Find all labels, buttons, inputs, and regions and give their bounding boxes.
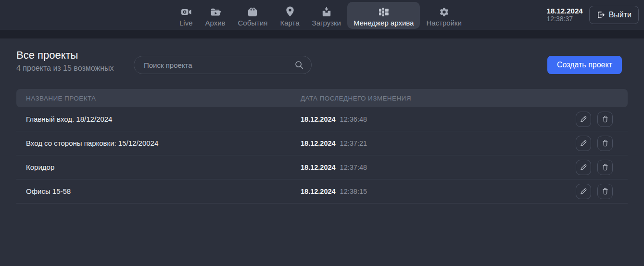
nav-label: Live bbox=[179, 19, 193, 27]
current-time: 12:38:37 bbox=[547, 15, 573, 23]
logout-label: Выйти bbox=[609, 11, 631, 19]
project-modified: 18.12.2024 12:36:48 bbox=[301, 115, 576, 123]
top-navigation-bar: Live Архив Событ bbox=[0, 0, 644, 30]
project-modified: 18.12.2024 12:38:15 bbox=[301, 188, 576, 195]
modified-time: 12:37:21 bbox=[340, 139, 367, 147]
video-camera-icon bbox=[180, 6, 192, 17]
nav-label: Карта bbox=[280, 19, 299, 27]
nav-item-settings[interactable]: Настройки bbox=[420, 2, 468, 29]
project-search bbox=[134, 56, 312, 74]
logout-icon bbox=[596, 11, 605, 19]
edit-project-button[interactable] bbox=[576, 160, 591, 175]
separator-strip bbox=[0, 30, 644, 38]
modified-date: 18.12.2024 bbox=[301, 164, 336, 171]
nav-label: Менеджер архива bbox=[354, 19, 414, 27]
pencil-icon bbox=[580, 163, 588, 171]
events-icon bbox=[246, 6, 259, 17]
modified-date: 18.12.2024 bbox=[301, 139, 336, 147]
trash-icon bbox=[601, 163, 609, 171]
search-input[interactable] bbox=[134, 61, 294, 69]
main-nav: Live Архив Событ bbox=[173, 0, 468, 30]
pencil-icon bbox=[580, 139, 588, 147]
table-row: Коридор 18.12.2024 12:37:48 bbox=[16, 155, 628, 179]
nav-item-archive-manager[interactable]: Менеджер архива bbox=[347, 2, 420, 29]
nav-item-events[interactable]: События bbox=[232, 2, 274, 29]
project-name: Главный вход. 18/12/2024 bbox=[26, 115, 301, 123]
modified-time: 12:36:48 bbox=[340, 115, 367, 123]
edit-project-button[interactable] bbox=[576, 112, 591, 127]
nav-item-downloads[interactable]: Загрузки bbox=[306, 2, 347, 29]
delete-project-button[interactable] bbox=[597, 160, 613, 175]
row-actions bbox=[576, 184, 628, 199]
modified-time: 12:37:48 bbox=[340, 164, 367, 171]
project-modified: 18.12.2024 12:37:21 bbox=[301, 139, 576, 147]
column-header-name: НАЗВАНИЕ ПРОЕКТА bbox=[26, 95, 301, 102]
modified-time: 12:38:15 bbox=[340, 188, 367, 195]
table-body: Главный вход. 18/12/2024 18.12.2024 12:3… bbox=[16, 107, 628, 203]
folder-play-icon bbox=[209, 6, 222, 17]
trash-icon bbox=[601, 187, 609, 195]
table-row: Офисы 15-58 18.12.2024 12:38:15 bbox=[16, 179, 628, 203]
delete-project-button[interactable] bbox=[597, 136, 613, 151]
table-row: Главный вход. 18/12/2024 18.12.2024 12:3… bbox=[16, 107, 628, 131]
nav-label: Загрузки bbox=[312, 19, 341, 27]
edit-project-button[interactable] bbox=[576, 136, 591, 151]
nav-item-archive[interactable]: Архив bbox=[199, 2, 232, 29]
nav-label: Архив bbox=[205, 19, 226, 27]
table-row: Вход со стороны парковки: 15/12/20024 18… bbox=[16, 131, 628, 155]
row-actions bbox=[576, 160, 628, 175]
gear-icon bbox=[439, 6, 450, 17]
nav-label: События bbox=[238, 19, 268, 27]
page-subtitle: 4 проекта из 15 возможных bbox=[16, 64, 114, 73]
trash-icon bbox=[601, 115, 609, 123]
project-name: Коридор bbox=[26, 163, 301, 171]
project-name: Вход со стороны парковки: 15/12/20024 bbox=[26, 139, 301, 147]
map-pin-icon bbox=[284, 6, 296, 17]
pencil-icon bbox=[580, 187, 588, 195]
edit-project-button[interactable] bbox=[576, 184, 591, 199]
nav-item-map[interactable]: Карта bbox=[274, 2, 305, 29]
current-date: 18.12.2024 bbox=[547, 7, 583, 15]
download-icon bbox=[320, 6, 333, 17]
delete-project-button[interactable] bbox=[597, 184, 613, 199]
topbar-right: 18.12.2024 12:38:37 Выйти bbox=[547, 0, 639, 30]
projects-page: Все проекты 4 проекта из 15 возможных Со… bbox=[0, 38, 644, 266]
modified-date: 18.12.2024 bbox=[301, 188, 336, 195]
column-header-modified: ДАТА ПОСЛЕДНЕГО ИЗМЕНЕНИЯ bbox=[301, 95, 628, 102]
project-modified: 18.12.2024 12:37:48 bbox=[301, 164, 576, 171]
page-title: Все проекты bbox=[16, 49, 114, 62]
datetime-display: 18.12.2024 12:38:37 bbox=[547, 7, 583, 23]
delete-project-button[interactable] bbox=[597, 112, 613, 127]
create-project-button[interactable]: Создать проект bbox=[547, 56, 622, 74]
projects-table: НАЗВАНИЕ ПРОЕКТА ДАТА ПОСЛЕДНЕГО ИЗМЕНЕН… bbox=[16, 89, 628, 203]
title-group: Все проекты 4 проекта из 15 возможных bbox=[16, 49, 114, 73]
nav-label: Настройки bbox=[426, 19, 462, 27]
project-name: Офисы 15-58 bbox=[26, 187, 301, 195]
tiles-icon bbox=[378, 6, 390, 17]
logout-button[interactable]: Выйти bbox=[589, 6, 639, 24]
search-icon[interactable] bbox=[294, 60, 304, 70]
modified-date: 18.12.2024 bbox=[301, 115, 336, 123]
trash-icon bbox=[601, 139, 609, 147]
table-header: НАЗВАНИЕ ПРОЕКТА ДАТА ПОСЛЕДНЕГО ИЗМЕНЕН… bbox=[16, 89, 628, 107]
row-actions bbox=[576, 136, 628, 151]
nav-item-live[interactable]: Live bbox=[173, 2, 199, 29]
row-actions bbox=[576, 112, 628, 127]
pencil-icon bbox=[580, 115, 588, 123]
